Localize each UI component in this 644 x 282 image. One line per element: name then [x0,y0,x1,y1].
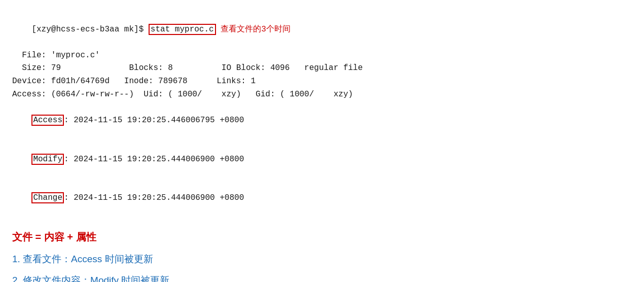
file-line: File: 'myproc.c' [12,49,632,62]
list-item-2: 2. 修改文件内容：Modify 时间被更新 [12,273,632,282]
prompt: [xzy@hcss-ecs-b3aa mk]$ [31,25,148,34]
command-annotation: 查看文件的3个时间 [216,25,291,34]
access-perms-line: Access: (0664/-rw-rw-r--) Uid: ( 1000/ x… [12,88,632,101]
modify-time-line: Modify: 2024-11-15 19:20:25.444006900 +0… [12,140,632,179]
modify-time-value: : 2024-11-15 19:20:25.444006900 +0800 [64,155,244,164]
command-box: stat myproc.c [149,24,216,35]
modify-label: Modify [31,154,64,165]
access-time-value: : 2024-11-15 19:20:25.446006795 +0800 [64,116,244,125]
size-line: Size: 79 Blocks: 8 IO Block: 4096 regula… [12,62,632,75]
section-title: 文件 = 内容 + 属性 [12,230,632,244]
access-label: Access [31,115,64,126]
change-label: Change [31,192,64,203]
device-line: Device: fd01h/64769d Inode: 789678 Links… [12,75,632,88]
change-time-value: : 2024-11-15 19:20:25.444006900 +0800 [64,193,244,202]
command-line: [xzy@hcss-ecs-b3aa mk]$ stat myproc.c 查看… [12,10,632,49]
info-section: 文件 = 内容 + 属性 1. 查看文件：Access 时间被更新 2. 修改文… [12,230,632,283]
access-time-line: Access: 2024-11-15 19:20:25.446006795 +0… [12,101,632,140]
change-time-line: Change: 2024-11-15 19:20:25.444006900 +0… [12,179,632,218]
list-item-1: 1. 查看文件：Access 时间被更新 [12,252,632,267]
terminal-block: [xzy@hcss-ecs-b3aa mk]$ stat myproc.c 查看… [12,10,632,218]
